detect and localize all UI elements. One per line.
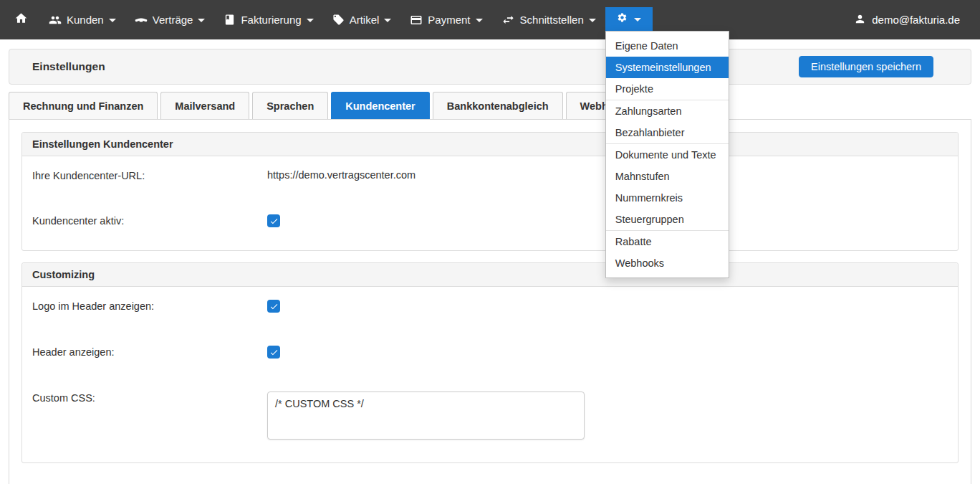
kundencenter-aktiv-checkbox[interactable] <box>267 214 280 227</box>
chevron-down-icon <box>589 19 596 22</box>
home-nav-button[interactable] <box>0 0 39 39</box>
menu-item-eigene-daten[interactable]: Eigene Daten <box>606 35 729 57</box>
gear-icon <box>617 12 628 26</box>
panel-title: Einstellungen Kundencenter <box>22 133 958 156</box>
nav-item-kunden[interactable]: Kunden <box>39 0 125 39</box>
nav-item-artikel[interactable]: Artikel <box>323 0 401 39</box>
menu-item-webhooks[interactable]: Webhooks <box>606 252 729 274</box>
tab-mailversand[interactable]: Mailversand <box>160 92 249 119</box>
panel-body: Ihre Kundencenter-URL: https://demo.vert… <box>22 156 958 250</box>
user-email: demo@fakturia.de <box>872 14 960 26</box>
form-row-kundencenter-url: Ihre Kundencenter-URL: https://demo.vert… <box>32 169 948 181</box>
chevron-down-icon <box>109 19 116 22</box>
nav-item-schnittstellen[interactable]: Schnittstellen <box>492 0 605 39</box>
panel-title: Customizing <box>22 263 958 287</box>
nav-item-payment[interactable]: Payment <box>400 0 491 39</box>
nav-item-label: Schnittstellen <box>520 14 584 26</box>
panel-body: Logo im Header anzeigen: Header anzeigen… <box>22 287 958 462</box>
tab-bankkontenabgleich[interactable]: Bankkontenabgleich <box>433 92 563 119</box>
menu-item-rabatte[interactable]: Rabatte <box>606 230 729 252</box>
home-icon <box>14 11 28 28</box>
exchange-icon <box>501 13 515 27</box>
book-icon <box>224 14 236 26</box>
tab-sprachen[interactable]: Sprachen <box>252 92 328 119</box>
logo-im-header-checkbox[interactable] <box>267 300 280 313</box>
form-row-kundencenter-aktiv: Kundencenter aktiv: <box>32 214 948 227</box>
tab-content-kundencenter: Einstellungen Kundencenter Ihre Kundence… <box>9 119 971 484</box>
chevron-down-icon <box>198 19 205 22</box>
kundencenter-aktiv-label: Kundencenter aktiv: <box>32 214 267 227</box>
kundencenter-url-label: Ihre Kundencenter-URL: <box>32 169 267 181</box>
page-header: Einstellungen Einstellungen speichern <box>9 49 971 85</box>
menu-item-steuergruppen[interactable]: Steuergruppen <box>606 209 729 230</box>
chevron-down-icon <box>634 18 641 22</box>
nav-item-label: Kunden <box>67 14 104 26</box>
menu-item-bezahlanbieter[interactable]: Bezahlanbieter <box>606 122 729 143</box>
nav-item-label: Artikel <box>350 14 380 26</box>
header-anzeigen-checkbox[interactable] <box>267 346 280 359</box>
header-anzeigen-label: Header anzeigen: <box>32 346 267 358</box>
form-row-custom-css: Custom CSS: /* CUSTOM CSS */ <box>32 392 948 440</box>
chevron-down-icon <box>307 19 314 22</box>
tab-rechnung-und-finanzen[interactable]: Rechnung und Finanzen <box>9 92 158 119</box>
settings-dropdown-menu: Eigene Daten Systemeinstellungen Projekt… <box>605 31 729 278</box>
form-row-logo-im-header: Logo im Header anzeigen: <box>32 300 948 313</box>
custom-css-label: Custom CSS: <box>32 392 267 404</box>
menu-item-nummernkreis[interactable]: Nummernkreis <box>606 187 729 209</box>
settings-button[interactable] <box>605 7 653 31</box>
save-settings-button[interactable]: Einstellungen speichern <box>799 56 933 77</box>
chevron-down-icon <box>476 19 483 22</box>
top-navbar: Kunden Verträge Fakturierung Artikel Pay… <box>0 0 980 39</box>
users-icon <box>49 14 62 27</box>
nav-item-label: Verträge <box>153 14 193 26</box>
custom-css-input[interactable]: /* CUSTOM CSS */ <box>267 392 585 440</box>
check-icon <box>269 348 279 357</box>
settings-tabs: Rechnung und Finanzen Mailversand Sprach… <box>9 92 971 119</box>
menu-item-dokumente-und-texte[interactable]: Dokumente und Texte <box>606 143 729 166</box>
person-icon <box>854 13 866 27</box>
credit-card-icon <box>410 14 423 27</box>
check-icon <box>269 217 279 226</box>
check-icon <box>269 302 279 311</box>
nav-item-fakturierung[interactable]: Fakturierung <box>214 0 322 39</box>
menu-item-systemeinstellungen[interactable]: Systemeinstellungen <box>606 57 729 78</box>
settings-menu-wrap: Eigene Daten Systemeinstellungen Projekt… <box>605 0 653 39</box>
menu-item-mahnstufen[interactable]: Mahnstufen <box>606 166 729 187</box>
chevron-down-icon <box>384 19 391 22</box>
page-content: Einstellungen Einstellungen speichern Re… <box>0 39 980 484</box>
user-account[interactable]: demo@fakturia.de <box>854 0 980 39</box>
logo-im-header-label: Logo im Header anzeigen: <box>32 300 267 312</box>
menu-item-projekte[interactable]: Projekte <box>606 78 729 100</box>
form-row-header-anzeigen: Header anzeigen: <box>32 346 948 359</box>
nav-item-label: Fakturierung <box>241 14 301 26</box>
tag-icon <box>332 14 345 26</box>
menu-item-zahlungsarten[interactable]: Zahlungsarten <box>606 100 729 122</box>
handshake-icon <box>135 14 148 27</box>
nav-item-vertraege[interactable]: Verträge <box>125 0 215 39</box>
tab-kundencenter[interactable]: Kundencenter <box>331 92 430 119</box>
page-title: Einstellungen <box>32 60 105 73</box>
nav-item-label: Payment <box>428 14 470 26</box>
panel-einstellungen-kundencenter: Einstellungen Kundencenter Ihre Kundence… <box>21 132 959 251</box>
panel-customizing: Customizing Logo im Header anzeigen: Hea… <box>21 262 959 463</box>
kundencenter-url-value: https://demo.vertragscenter.com <box>267 169 415 181</box>
